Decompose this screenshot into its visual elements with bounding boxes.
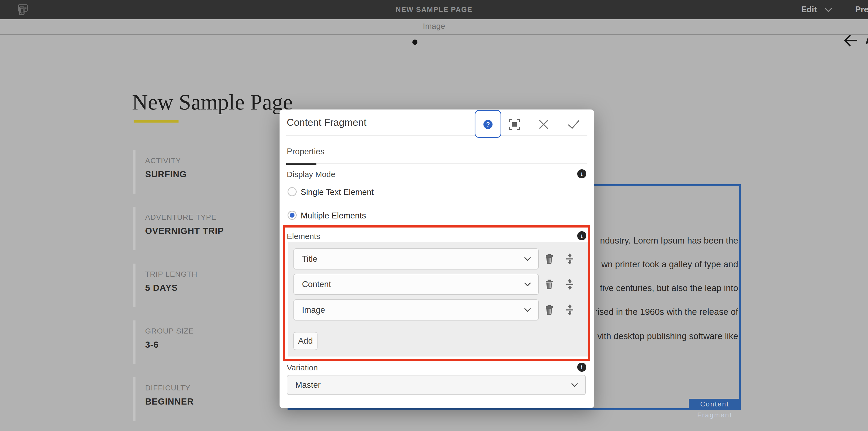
breakpoint-marker-dot[interactable] (412, 39, 417, 45)
mode-selector-edit[interactable]: Edit (801, 0, 817, 19)
info-item-label: GROUP SIZE (145, 327, 194, 335)
radio-multiple-elements[interactable] (287, 211, 297, 220)
info-item-value: 3-6 (145, 340, 159, 350)
radio-label-multiple[interactable]: Multiple Elements (301, 211, 366, 221)
variation-label: Variation (287, 363, 318, 372)
radio-label-single[interactable]: Single Text Element (301, 188, 374, 197)
radio-selected-dot (290, 213, 294, 218)
info-item-value: BEGINNER (145, 397, 194, 407)
elements-label: Elements (287, 232, 320, 241)
component-type-badge: Content Fragment (689, 399, 741, 410)
info-item-accent-bar (133, 264, 135, 307)
chevron-down-icon[interactable] (825, 8, 832, 12)
tabbar-divider (286, 163, 587, 164)
select-value: Master (295, 375, 321, 394)
info-item-activity: ACTIVITY SURFING (133, 150, 283, 194)
info-item-label: ADVENTURE TYPE (145, 213, 216, 222)
fragment-text-line: wn printer took a galley of type and (601, 259, 738, 270)
confirm-check-icon[interactable] (568, 120, 580, 129)
radio-single-text-element[interactable] (287, 187, 297, 196)
info-item-group-size: GROUP SIZE 3-6 (133, 321, 283, 364)
chevron-down-icon (524, 283, 531, 287)
content-fragment-text-clip: ndustry. Lorem Ipsum has been the wn pri… (596, 228, 738, 351)
info-item-label: ACTIVITY (145, 157, 181, 165)
page-title-breadcrumb: NEW SAMPLE PAGE (0, 0, 868, 19)
dialog-header-divider (286, 135, 587, 136)
heading-underline (134, 120, 179, 123)
info-item-trip-length: TRIP LENGTH 5 DAYS (133, 264, 283, 307)
content-fragment-dialog: Content Fragment ? Properties Display Mo… (280, 109, 594, 408)
info-icon[interactable]: i (577, 231, 586, 240)
fragment-text-line: ndustry. Lorem Ipsum has been the (600, 235, 738, 246)
element-select-image[interactable]: Image (293, 299, 539, 321)
fragment-text-line: rised in the 1960s with the release of (596, 306, 738, 318)
move-reorder-icon[interactable] (564, 253, 576, 265)
help-icon[interactable]: ? (484, 120, 493, 129)
breakpoint-label: Image (0, 19, 868, 34)
add-element-button[interactable]: Add (293, 332, 317, 350)
variation-select[interactable]: Master (287, 375, 586, 395)
info-item-accent-bar (133, 321, 135, 364)
info-item-value: SURFING (145, 169, 187, 179)
clipped-edge-icon (866, 38, 868, 44)
info-item-value: OVERNIGHT TRIP (145, 226, 224, 236)
fragment-text-line: vith desktop publishing software like (597, 330, 738, 342)
element-select-content[interactable]: Content (293, 274, 539, 295)
info-icon[interactable]: i (577, 363, 586, 372)
display-mode-label: Display Mode (287, 170, 335, 179)
info-item-value: 5 DAYS (145, 283, 178, 293)
preview-button-clipped[interactable]: Preview (855, 0, 868, 19)
fullscreen-icon[interactable] (508, 119, 520, 130)
tab-properties[interactable]: Properties (287, 147, 324, 157)
info-item-adventure-type: ADVENTURE TYPE OVERNIGHT TRIP (133, 207, 283, 250)
move-reorder-icon[interactable] (564, 278, 576, 290)
info-item-accent-bar (133, 377, 135, 421)
fragment-text-line: five centuries, but also the leap into (600, 282, 738, 294)
info-item-difficulty: DIFFICULTY BEGINNER (133, 377, 283, 421)
delete-trash-icon[interactable] (543, 304, 555, 316)
delete-trash-icon[interactable] (543, 253, 555, 265)
top-toolbar: NEW SAMPLE PAGE Edit Preview (0, 0, 868, 19)
add-button-label: Add (298, 336, 313, 346)
select-value: Image (302, 300, 325, 320)
dialog-title: Content Fragment (287, 117, 366, 128)
active-tab-indicator (286, 163, 316, 165)
emulator-divider (0, 34, 868, 35)
info-item-label: DIFFICULTY (145, 384, 190, 392)
element-select-title[interactable]: Title (293, 248, 539, 269)
info-item-label: TRIP LENGTH (145, 270, 197, 278)
elements-panel: Title C (288, 242, 588, 357)
preview-label: Preview (855, 0, 868, 19)
close-icon[interactable] (539, 120, 548, 129)
back-arrow-icon[interactable] (843, 34, 857, 47)
select-value: Title (302, 249, 317, 269)
page-heading: New Sample Page (132, 90, 292, 115)
aem-editor-screen: NEW SAMPLE PAGE Edit Preview Image New S… (0, 0, 868, 431)
info-item-accent-bar (133, 150, 135, 194)
info-icon[interactable]: i (577, 169, 586, 178)
chevron-down-icon (524, 308, 531, 312)
emulator-bar: Image (0, 19, 868, 34)
chevron-down-icon (571, 383, 578, 387)
chevron-down-icon (524, 257, 531, 261)
select-value: Content (302, 274, 331, 294)
move-reorder-icon[interactable] (564, 304, 576, 316)
info-item-accent-bar (133, 207, 135, 250)
delete-trash-icon[interactable] (543, 278, 555, 290)
